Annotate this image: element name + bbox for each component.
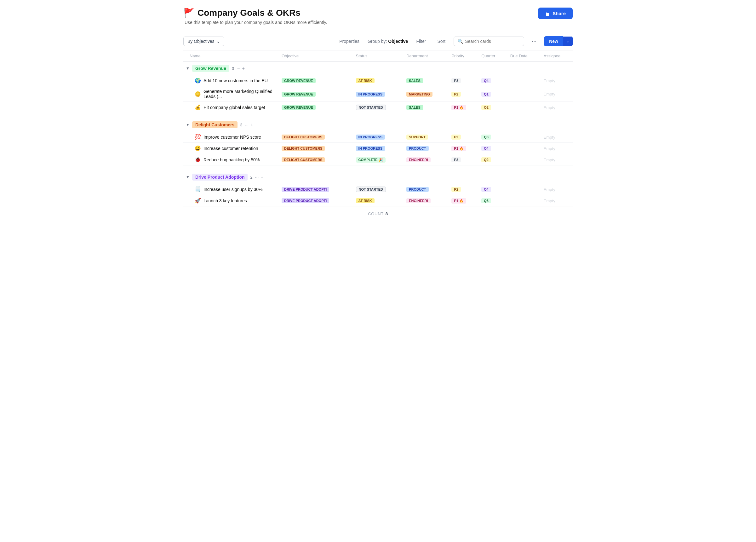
cell-quarter: Q4 (478, 184, 507, 195)
new-button-caret[interactable]: ⌄ (563, 37, 573, 46)
footer-count-value: 8 (386, 211, 388, 216)
cell-status: AT RISK (352, 195, 403, 206)
quarter-badge: Q2 (481, 157, 491, 162)
share-button[interactable]: Share (538, 8, 573, 19)
quarter-badge: Q4 (481, 146, 491, 151)
sort-button[interactable]: Sort (434, 37, 449, 46)
search-input[interactable] (465, 39, 520, 44)
view-select[interactable]: By Objectives ⌄ (183, 37, 224, 46)
cell-priority: P2 (448, 86, 478, 102)
assignee-value: Empty (544, 78, 555, 83)
group-chevron-drive-product-adoption[interactable]: ▼ (186, 175, 190, 179)
view-label: By Objectives (187, 39, 215, 44)
cell-status: IN PROGRESS (352, 131, 403, 143)
cell-assignee: Empty (540, 143, 573, 154)
table-row[interactable]: 🌍 Add 10 new customers in the EU GROW RE… (183, 75, 573, 86)
col-due-date: Due Date (507, 50, 540, 62)
cell-priority: P1 🔥 (448, 102, 478, 113)
quarter-badge: Q1 (481, 92, 491, 97)
cell-name: 😀 Increase customer retention (183, 143, 278, 154)
group-actions-grow-revenue[interactable]: ··· + (237, 66, 245, 71)
row-name-text: Reduce bug backlog by 50% (203, 157, 260, 162)
table-row[interactable]: 😀 Increase customer retention DELIGHT CU… (183, 143, 573, 154)
department-badge: ENGINEERI (406, 157, 431, 162)
status-badge: NOT STARTED (356, 105, 386, 110)
group-add-drive-product-adoption[interactable]: + (261, 174, 263, 180)
group-actions-drive-product-adoption[interactable]: ··· + (255, 174, 263, 180)
group-chevron-grow-revenue[interactable]: ▼ (186, 66, 190, 71)
new-button[interactable]: New (544, 36, 563, 46)
cell-objective: DELIGHT CUSTOMERS (278, 154, 352, 165)
cell-quarter: Q2 (478, 154, 507, 165)
table-footer: COUNT 8 (183, 206, 573, 221)
cell-status: NOT STARTED (352, 102, 403, 113)
cell-due-date (507, 195, 540, 206)
objective-badge: GROW REVENUE (282, 92, 316, 97)
group-label-delight-customers[interactable]: Delight Customers (192, 121, 238, 128)
department-badge: SUPPORT (406, 134, 428, 140)
cell-objective: GROW REVENUE (278, 86, 352, 102)
row-icon: 🌍 (195, 77, 201, 83)
objective-badge: DRIVE PRODUCT ADOPTI (282, 187, 329, 192)
group-actions-delight-customers[interactable]: ··· + (245, 122, 253, 127)
group-chevron-delight-customers[interactable]: ▼ (186, 123, 190, 127)
group-label-drive-product-adoption[interactable]: Drive Product Adoption (192, 174, 248, 180)
cell-objective: DRIVE PRODUCT ADOPTI (278, 195, 352, 206)
cell-priority: P1 🔥 (448, 143, 478, 154)
page-title-area: 🚩 Company Goals & OKRs Use this template… (183, 8, 327, 25)
department-badge: SALES (406, 78, 423, 83)
assignee-value: Empty (544, 157, 555, 162)
status-badge: AT RISK (356, 198, 375, 203)
cell-status: IN PROGRESS (352, 86, 403, 102)
row-icon: 🪙 (195, 91, 201, 97)
cell-department: ENGINEERI (403, 195, 448, 206)
group-label-grow-revenue[interactable]: Grow Revenue (192, 65, 229, 72)
cell-status: NOT STARTED (352, 184, 403, 195)
table-row[interactable]: 🪙 Generate more Marketing Qualified Lead… (183, 86, 573, 102)
quarter-badge: Q4 (481, 187, 491, 192)
cell-assignee: Empty (540, 195, 573, 206)
group-add-delight-customers[interactable]: + (250, 122, 253, 127)
department-badge: SALES (406, 105, 423, 110)
properties-button[interactable]: Properties (336, 37, 363, 46)
cell-quarter: Q4 (478, 143, 507, 154)
group-ellipsis-grow-revenue[interactable]: ··· (237, 66, 240, 71)
table-row[interactable]: 🐞 Reduce bug backlog by 50% DELIGHT CUST… (183, 154, 573, 165)
cell-assignee: Empty (540, 86, 573, 102)
department-badge: PRODUCT (406, 146, 428, 151)
row-icon: 🐞 (195, 157, 201, 163)
col-objective: Objective (278, 50, 352, 62)
group-ellipsis-delight-customers[interactable]: ··· (245, 122, 249, 127)
filter-button[interactable]: Filter (413, 37, 429, 46)
group-row-drive-product-adoption: ▼ Drive Product Adoption 2 ··· + (183, 170, 573, 184)
lock-icon (545, 11, 550, 16)
priority-badge: P1 🔥 (451, 146, 466, 151)
table-row[interactable]: 🚀 Launch 3 key features DRIVE PRODUCT AD… (183, 195, 573, 206)
cell-status: AT RISK (352, 75, 403, 86)
group-add-grow-revenue[interactable]: + (242, 66, 245, 71)
table-row[interactable]: 💰 Hit company global sales target GROW R… (183, 102, 573, 113)
cell-quarter: Q2 (478, 102, 507, 113)
row-name-text: Hit company global sales target (203, 105, 265, 110)
row-name-text: Add 10 new customers in the EU (203, 78, 268, 83)
cell-objective: DRIVE PRODUCT ADOPTI (278, 184, 352, 195)
assignee-value: Empty (544, 92, 555, 96)
col-status: Status (352, 50, 403, 62)
group-spacer (183, 165, 573, 171)
table-row[interactable]: 💯 Improve customer NPS score DELIGHT CUS… (183, 131, 573, 143)
group-ellipsis-drive-product-adoption[interactable]: ··· (255, 174, 259, 180)
cell-name: 💰 Hit company global sales target (183, 102, 278, 113)
department-badge: MARKETING (406, 92, 432, 97)
ellipsis-button[interactable]: ··· (529, 37, 539, 46)
row-icon: 🗒️ (195, 186, 201, 192)
table-row[interactable]: 🗒️ Increase user signups by 30% DRIVE PR… (183, 184, 573, 195)
status-badge: NOT STARTED (356, 186, 386, 192)
group-row-grow-revenue: ▼ Grow Revenue 3 ··· + (183, 62, 573, 75)
group-row-delight-customers: ▼ Delight Customers 3 ··· + (183, 118, 573, 131)
cell-quarter: Q4 (478, 75, 507, 86)
row-name-text: Improve customer NPS score (203, 134, 261, 140)
row-name-text: Generate more Marketing Qualified Leads … (203, 89, 274, 99)
page-title-text: Company Goals & OKRs (198, 8, 301, 18)
priority-badge: P2 (451, 92, 461, 97)
department-badge: PRODUCT (406, 187, 428, 192)
